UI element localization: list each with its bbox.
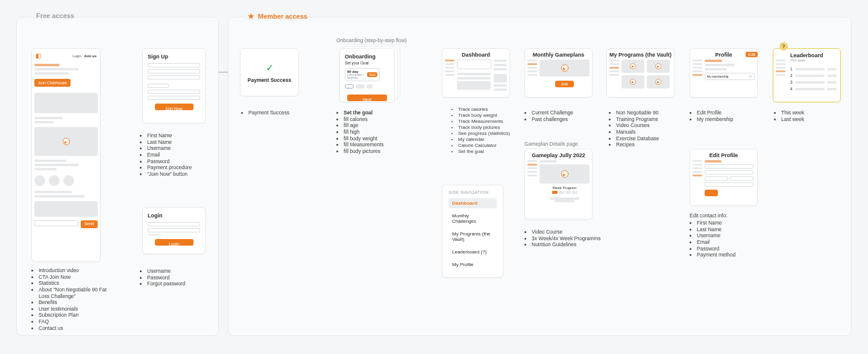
onboarding-bullet-list: Set the goal fill calories fill age fill… <box>336 110 384 154</box>
programs-bullet-list: Non Negotiable 90 Training Programs Vide… <box>609 110 659 148</box>
signup-title: Sign Up <box>148 54 200 60</box>
dashboard-bullet-list: Track calories Track body weight Track M… <box>451 107 510 155</box>
brand-logo-icon: ◧ <box>36 52 41 59</box>
login-bullet-list: Username Password Forgot password <box>140 268 185 287</box>
edit-profile-save-button[interactable] <box>705 190 718 196</box>
card-signup: Sign Up Join Now <box>142 48 206 123</box>
card-login: Login Login <box>142 207 206 254</box>
onboarding-next-button[interactable]: Next <box>347 95 387 101</box>
play-icon[interactable]: ▶ <box>630 63 636 69</box>
profile-edit-badge[interactable]: Edit <box>746 52 758 57</box>
onboarding-title: Onboarding <box>345 54 389 60</box>
section-free-label: Free access <box>34 12 77 19</box>
play-icon[interactable]: ▶ <box>63 138 70 145</box>
card-leaderboard: Leaderboard This week 1 2 3 4 <box>773 48 841 102</box>
landing-login-link[interactable]: Login <box>72 54 81 58</box>
card-onboarding: Onboarding Set your Goal 90 day Intermed… <box>339 48 395 102</box>
payment-bullet-list: Payment Success <box>241 110 289 116</box>
question-marker-icon: ? <box>779 42 788 51</box>
dashboard-title: Dashboard <box>442 49 509 58</box>
gameplans-join-button[interactable]: Join <box>555 81 574 87</box>
login-title: Login <box>148 213 200 219</box>
profile-bullet-list: Edit Profile My membership <box>690 110 733 122</box>
card-programs: My Programs (the Vault) ▶ ▶ ▶ ▶ <box>606 48 675 98</box>
card-edit-profile: Edit Profile <box>690 149 758 206</box>
gameplan-detail-title: Gameplay Jully 2022 <box>525 149 592 158</box>
signup-bullet-list: First Name Last Name Username Email Pass… <box>140 132 192 177</box>
onboarding-start-button[interactable]: Start <box>367 72 377 77</box>
section-member-label: ★ Member access <box>245 12 310 20</box>
payment-success-title: Payment Success <box>248 77 291 83</box>
edit-profile-annot: Edit contact info: <box>690 213 728 219</box>
gameplans-title: Monthly Gameplans <box>525 49 592 58</box>
checkmark-icon: ✓ <box>266 62 274 73</box>
play-icon[interactable]: ▶ <box>655 79 661 85</box>
edit-profile-bullet-list: First Name Last Name Username Email Pass… <box>690 220 735 258</box>
login-button[interactable]: Login <box>155 239 193 246</box>
card-dashboard: Dashboard <box>442 48 510 98</box>
sidenav-item-programs[interactable]: My Programs (the Vault) <box>448 229 497 244</box>
card-payment-success: ✓ Payment Success <box>240 48 299 96</box>
landing-cta-button[interactable]: Join Clubhouse <box>34 79 71 87</box>
sidenav-header: SIDE NAVIGATION <box>448 190 497 194</box>
gameplan-detail-annot: Gameplan Details page <box>524 141 578 147</box>
edit-profile-title: Edit Profile <box>690 149 757 158</box>
landing-joinus-link[interactable]: Join us <box>84 54 96 58</box>
play-icon[interactable]: ▶ <box>655 63 661 69</box>
sidenav-item-monthly[interactable]: Monthly Challenges <box>448 211 497 226</box>
landing-send-button[interactable]: Send <box>81 220 98 228</box>
play-icon[interactable]: ▶ <box>630 79 636 85</box>
section-member-text: Member access <box>258 13 307 20</box>
sidenav-item-leaderboard[interactable]: Leaderboard (?) <box>448 247 497 257</box>
sidenav-item-profile[interactable]: My Profile <box>448 259 497 270</box>
onboarding-subtitle: Set your Goal <box>345 61 389 65</box>
card-sidenav: SIDE NAVIGATION Dashboard Monthly Challe… <box>442 185 503 278</box>
card-landing: ◧ Login Join us Join Clubhouse ▶ Send <box>31 48 101 262</box>
star-icon: ★ <box>248 12 254 20</box>
gameplan-detail-bullet-list: Video Course 3x Week/4x Week Programms N… <box>524 229 600 248</box>
programs-title: My Programs (the Vault) <box>607 49 674 58</box>
onboarding-annotation: Onboarding (step-by-step flow) <box>336 37 407 43</box>
sidenav-item-dashboard[interactable]: Dashboard <box>448 198 497 208</box>
leaderboard-bullet-list: This week Last week <box>774 110 804 122</box>
card-gameplan-detail: Gameplay Jully 2022 ▶ Week Program <box>524 149 593 220</box>
play-icon[interactable]: ▶ <box>561 170 568 178</box>
leaderboard-title: Leaderboard <box>790 52 840 58</box>
card-gameplans: Monthly Gameplans ▶ Join <box>524 48 593 98</box>
signup-join-button[interactable]: Join Now <box>155 104 193 110</box>
gameplans-bullet-list: Current Challenge Past challenges <box>524 110 573 122</box>
landing-bullet-list: Introduction video CTA Join Now Statisti… <box>31 267 110 331</box>
play-icon[interactable]: ▶ <box>561 64 568 72</box>
